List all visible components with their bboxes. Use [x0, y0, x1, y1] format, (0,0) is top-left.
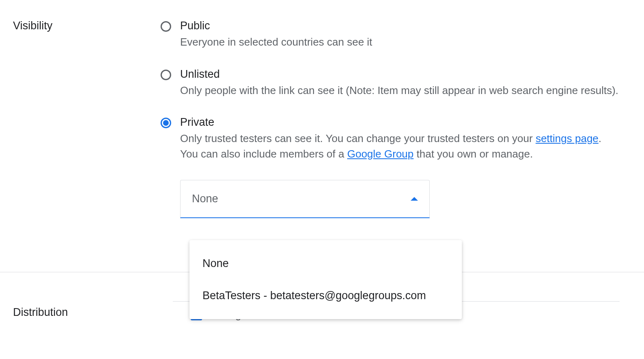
- visibility-label: Visibility: [0, 0, 161, 32]
- option-desc-public: Everyone in selected countries can see i…: [180, 35, 620, 50]
- visibility-option-private[interactable]: Private Only trusted testers can see it.…: [161, 116, 620, 162]
- radio-private[interactable]: [161, 118, 171, 128]
- distribution-label: Distribution: [0, 301, 161, 319]
- settings-page-link[interactable]: settings page: [535, 132, 598, 144]
- radio-public[interactable]: [161, 21, 171, 32]
- option-desc-private: Only trusted testers can see it. You can…: [180, 131, 620, 162]
- dropdown-item-none[interactable]: None: [189, 247, 462, 280]
- option-desc-unlisted: Only people with the link can see it (No…: [180, 83, 620, 99]
- visibility-option-unlisted[interactable]: Unlisted Only people with the link can s…: [161, 68, 620, 99]
- dropdown-item-betatesters[interactable]: BetaTesters - betatesters@googlegroups.c…: [189, 280, 462, 312]
- private-desc-text3: You can also include members of a: [180, 148, 347, 160]
- option-text-unlisted: Unlisted Only people with the link can s…: [180, 68, 620, 99]
- caret-up-icon: [411, 197, 418, 201]
- dropdown-menu: None BetaTesters - betatesters@googlegro…: [189, 240, 462, 319]
- option-text-public: Public Everyone in selected countries ca…: [180, 20, 620, 50]
- dropdown-value: None: [192, 193, 411, 205]
- option-title-private: Private: [180, 116, 620, 129]
- radio-unlisted[interactable]: [161, 70, 171, 80]
- group-dropdown[interactable]: None: [180, 180, 430, 218]
- google-group-link[interactable]: Google Group: [347, 148, 413, 160]
- option-title-public: Public: [180, 20, 620, 32]
- private-desc-text2: .: [598, 132, 601, 144]
- visibility-option-public[interactable]: Public Everyone in selected countries ca…: [161, 20, 620, 50]
- option-text-private: Private Only trusted testers can see it.…: [180, 116, 620, 162]
- visibility-section: Visibility Public Everyone in selected c…: [0, 0, 644, 218]
- visibility-content: Public Everyone in selected countries ca…: [161, 0, 644, 218]
- option-title-unlisted: Unlisted: [180, 68, 620, 81]
- private-desc-text4: that you own or manage.: [413, 148, 533, 160]
- private-desc-text1: Only trusted testers can see it. You can…: [180, 132, 535, 144]
